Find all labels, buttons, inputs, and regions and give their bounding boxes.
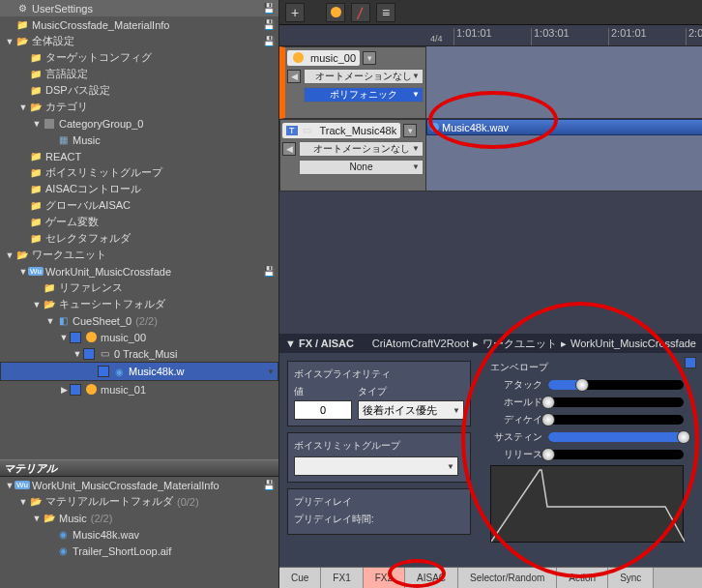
mode-select[interactable]: None <box>299 160 424 175</box>
audio-clip[interactable]: Music48k.wav <box>426 119 702 135</box>
envelope-label: アタック <box>490 378 542 392</box>
envelope-slider[interactable] <box>548 415 684 425</box>
disclosure-triangle[interactable]: ▼ <box>4 37 15 46</box>
tree-item[interactable]: ▼📂マテリアルルートフォルダ(0/2) <box>0 493 278 510</box>
tree-item[interactable]: ▶music_01 <box>0 381 278 397</box>
tree-label: CategoryGroup_0 <box>59 118 143 130</box>
workunit-icon: Wu <box>29 265 43 279</box>
disclosure-triangle[interactable]: ▼ <box>17 497 29 507</box>
tree-item[interactable]: ▼📂カテゴリ <box>0 99 278 115</box>
tree-label: MusicCrossfade_MaterialInfo <box>32 19 169 31</box>
mode-select[interactable]: ポリフォニック <box>304 87 424 103</box>
tree-item[interactable]: 📁REACT <box>0 148 278 164</box>
disclosure-triangle[interactable]: ▼ <box>44 316 56 326</box>
tree-item[interactable]: ◉Trailer_ShortLoop.aif <box>0 543 278 559</box>
automation-select[interactable]: オートメーションなし <box>299 141 424 157</box>
tree-label: Music48k.w <box>129 366 184 377</box>
tree-item[interactable]: ▼📂全体設定💾 <box>0 33 278 49</box>
enable-checkbox[interactable] <box>98 366 109 377</box>
tree-item[interactable]: 📁ボイスリミットグループ <box>0 164 278 181</box>
disclosure-triangle[interactable]: ▶ <box>58 385 70 395</box>
waveform-button[interactable]: 〳 <box>351 3 370 22</box>
voice-priority-group: ボイスプライオリティ 値 タイプ 後着ボイス優先 <box>287 361 471 426</box>
tree-label: ワークユニット <box>32 248 106 262</box>
tree-item[interactable]: ▼📂ワークユニット <box>0 247 278 263</box>
tree-item[interactable]: ▼WuWorkUnit_MusicCrossfade_MaterialInfo💾 <box>0 477 278 493</box>
envelope-label: リリース <box>490 448 542 461</box>
track-menu-button[interactable]: ▾ <box>363 51 376 65</box>
tree-item[interactable]: ▼CategoryGroup_0 <box>0 115 278 132</box>
envelope-slider[interactable] <box>548 450 684 459</box>
envelope-slider[interactable] <box>548 397 684 407</box>
priority-type-select[interactable]: 後着ボイス優先 <box>358 400 464 420</box>
disclosure-triangle[interactable]: ▼ <box>58 333 70 342</box>
tree-item[interactable]: 📁セレクタフォルダ <box>0 230 278 247</box>
disclosure-triangle[interactable]: ▼ <box>72 349 83 359</box>
tree-item[interactable]: ▼📂Music(2/2) <box>0 510 278 526</box>
tree-label: ターゲットコンフィグ <box>45 50 152 65</box>
disclosure-triangle[interactable]: ▼ <box>17 103 29 112</box>
tree-item[interactable]: 📁AISACコントロール <box>0 181 278 197</box>
tab-cue[interactable]: Cue <box>279 568 321 588</box>
tree-item[interactable]: 📁ゲーム変数 <box>0 214 278 230</box>
tree-item[interactable]: 📁グローバルAISAC <box>0 197 278 214</box>
timeline-ruler[interactable]: 4/4 1:01:011:03:012:01:012:03:01 <box>279 25 702 46</box>
tab-action[interactable]: Action <box>557 568 608 588</box>
envelope-enable-checkbox[interactable] <box>685 357 696 368</box>
add-button[interactable]: + <box>285 3 305 22</box>
envelope-slider[interactable] <box>548 380 684 390</box>
track-header[interactable]: music_00▾◀オートメーションなしポリフォニック <box>279 46 426 119</box>
breadcrumb: ▼ FX / AISAC CriAtomCraftV2Root▸ ワークユニット… <box>279 334 702 353</box>
tree-item[interactable]: 📁言語設定 <box>0 66 278 82</box>
tree-item[interactable]: ◉Music48k.w <box>0 362 278 381</box>
tree-item[interactable]: 📁ターゲットコンフィグ <box>0 49 278 66</box>
folder-icon: 📁 <box>43 281 56 295</box>
tree-label: キューシートフォルダ <box>59 297 165 311</box>
tree-item[interactable]: ▼◧CueSheet_0(2/2) <box>0 312 278 329</box>
cue-icon <box>84 331 98 344</box>
tree-item[interactable]: ▼📂キューシートフォルダ <box>0 296 278 312</box>
ruler-tick: 1:03:01 <box>531 28 570 45</box>
enable-checkbox[interactable] <box>70 384 81 396</box>
tree-item[interactable]: ▦Music <box>0 132 278 148</box>
tracks-area: music_00▾◀オートメーションなしポリフォニックT▭Track_Music… <box>279 46 702 191</box>
tab-sync[interactable]: Sync <box>608 568 654 588</box>
cue-icon <box>291 51 305 65</box>
priority-value-input[interactable] <box>294 400 352 420</box>
prev-button[interactable]: ◀ <box>287 70 301 83</box>
enable-checkbox[interactable] <box>70 332 81 343</box>
track-menu-button[interactable]: ▾ <box>403 124 417 137</box>
tree-item[interactable]: 📁DSPバス設定 <box>0 82 278 99</box>
tab-aisac[interactable]: AISAC <box>405 568 458 588</box>
voice-limit-select[interactable] <box>294 456 458 476</box>
tree-item[interactable]: 📁MusicCrossfade_MaterialInfo💾 <box>0 16 278 33</box>
envelope-slider[interactable] <box>548 432 684 442</box>
record-button[interactable] <box>326 3 345 22</box>
track-lane[interactable] <box>426 46 702 119</box>
tree-item[interactable]: 📁リファレンス <box>0 279 278 296</box>
enable-checkbox[interactable] <box>83 348 95 360</box>
envelope-label: サスティン <box>490 430 542 444</box>
tab-fx1[interactable]: FX1 <box>321 568 363 588</box>
disclosure-triangle[interactable]: ▼ <box>31 514 43 523</box>
tab-selector-random[interactable]: Selector/Random <box>458 568 557 588</box>
automation-select[interactable]: オートメーションなし <box>304 69 424 84</box>
prev-button[interactable]: ◀ <box>282 142 296 156</box>
track-header[interactable]: T▭Track_Music48k▾◀オートメーションなしNone <box>279 119 426 191</box>
menu-button[interactable]: ≡ <box>376 3 395 22</box>
tree-item[interactable]: ▼▭0 Track_Musi <box>0 345 278 362</box>
ruler-tick: 2:03:01 <box>686 28 702 45</box>
track-lane[interactable]: Music48k.wav <box>426 119 702 191</box>
tree-item[interactable]: ▼music_00 <box>0 329 278 345</box>
disclosure-triangle[interactable]: ▼ <box>31 119 43 129</box>
tab-fx2[interactable]: FX2 <box>364 568 405 588</box>
folder-open-icon: 📂 <box>29 101 43 114</box>
tree-item[interactable]: ⚙UserSettings💾 <box>0 0 278 16</box>
tree-item[interactable]: ◉Music48k.wav <box>0 526 278 543</box>
disclosure-triangle[interactable]: ▼ <box>31 300 43 309</box>
tree-label: REACT <box>45 151 81 162</box>
disclosure-triangle[interactable]: ▼ <box>4 250 15 260</box>
tree-label: CueSheet_0 <box>73 315 132 327</box>
folder-icon: 📁 <box>29 216 43 229</box>
tree-item[interactable]: ▼WuWorkUnit_MusicCrossfade💾 <box>0 263 278 279</box>
